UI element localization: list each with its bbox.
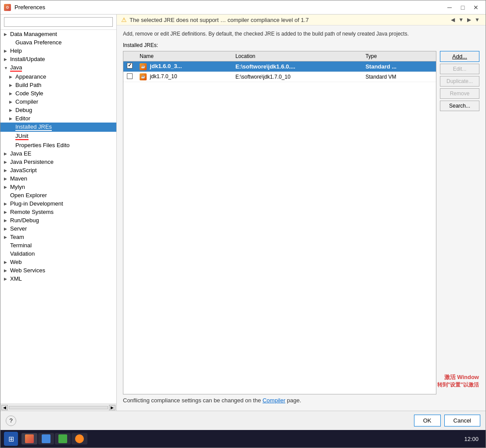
expand-icon: ▶ <box>9 83 14 87</box>
close-button[interactable]: ✕ <box>470 3 482 12</box>
sidebar-item-mylyn[interactable]: ▶ Mylyn <box>0 183 116 191</box>
sidebar-item-java-persistence[interactable]: ▶ Java Persistence <box>0 158 116 166</box>
sidebar-item-build-path[interactable]: ▶ Build Path <box>0 81 116 89</box>
windows-icon: ⊞ <box>8 435 14 443</box>
taskbar-item-2[interactable] <box>38 433 54 444</box>
back-btn[interactable]: ◀ <box>450 16 456 23</box>
sidebar-item-appearance[interactable]: ▶ Appearance <box>0 72 116 81</box>
duplicate-button[interactable]: Duplicate... <box>440 76 479 87</box>
checkbox-unchecked-icon <box>127 73 133 79</box>
main-content: ▶ Data Management Guava Preference ▶ Hel… <box>0 14 486 411</box>
row-type[interactable]: Standard ... <box>362 61 436 72</box>
sidebar-item-debug[interactable]: ▶ Debug <box>0 106 116 114</box>
sidebar-item-open-explorer[interactable]: Open Explorer <box>0 191 116 199</box>
right-panel: ⚠ The selected JRE does not support … co… <box>117 14 486 411</box>
horizontal-scrollbar[interactable]: ◀ ▶ <box>0 404 116 411</box>
sidebar-item-data-management[interactable]: ▶ Data Management <box>0 30 116 38</box>
start-button[interactable]: ⊞ <box>4 432 18 446</box>
sidebar-item-java[interactable]: ▼ Java <box>0 63 116 72</box>
app-icon: ⚙ <box>4 4 11 11</box>
sidebar-item-server[interactable]: ▶ Server <box>0 224 116 233</box>
scroll-right-btn[interactable]: ▶ <box>109 405 115 410</box>
sidebar-item-help[interactable]: ▶ Help <box>0 47 116 55</box>
expand-icon: ▶ <box>9 75 14 79</box>
sidebar-item-install[interactable]: ▶ Install/Update <box>0 55 116 63</box>
help-button[interactable]: ? <box>6 415 16 426</box>
sidebar-item-compiler[interactable]: ▶ Compiler <box>0 98 116 106</box>
taskbar-icon-4 <box>75 434 84 443</box>
col-name[interactable]: Name <box>136 51 232 61</box>
col-location[interactable]: Location <box>232 51 362 61</box>
panel-description: Add, remove or edit JRE definitions. By … <box>123 30 479 38</box>
jres-buttons: Add... Edit... Duplicate... Remove Searc… <box>440 51 479 394</box>
dropdown-btn[interactable]: ▼ <box>457 16 465 23</box>
sidebar-item-team[interactable]: ▶ Team <box>0 233 116 241</box>
installed-jres-label: Installed JREs: <box>123 42 479 48</box>
warning-text: ⚠ The selected JRE does not support … co… <box>121 16 309 23</box>
expand-icon: ▶ <box>9 100 14 104</box>
jres-table-container: Name Location Type ☕ j <box>123 51 436 394</box>
search-input[interactable] <box>4 17 113 27</box>
jres-area: Name Location Type ☕ j <box>123 51 479 394</box>
sidebar-tree: ▶ Data Management Guava Preference ▶ Hel… <box>0 30 116 404</box>
sidebar-item-terminal[interactable]: Terminal <box>0 241 116 249</box>
forward-dropdown-btn[interactable]: ▼ <box>473 16 481 23</box>
expand-icon: ▶ <box>4 177 9 181</box>
row-checkbox[interactable] <box>123 72 136 82</box>
row-name[interactable]: ☕ jdk1.6.0_3... <box>136 61 232 72</box>
sidebar-item-properties-files[interactable]: Properties Files Edito <box>0 141 116 149</box>
sidebar-item-validation[interactable]: Validation <box>0 249 116 258</box>
footer-text-2: page. <box>285 397 301 404</box>
sidebar-item-guava[interactable]: Guava Preference <box>0 38 116 47</box>
search-button[interactable]: Search... <box>440 101 479 111</box>
row-checkbox[interactable] <box>123 61 136 72</box>
window-title: Preferences <box>14 4 443 11</box>
expand-icon: ▶ <box>4 227 9 231</box>
col-checkbox[interactable] <box>123 51 136 61</box>
sidebar-item-java-ee[interactable]: ▶ Java EE <box>0 149 116 158</box>
row-type[interactable]: Standard VM <box>362 72 436 82</box>
sidebar-item-junit[interactable]: JUnit <box>0 132 116 141</box>
sidebar-item-remote-systems[interactable]: ▶ Remote Systems <box>0 208 116 216</box>
maximize-button[interactable]: □ <box>457 3 469 12</box>
sidebar-item-javascript[interactable]: ▶ JavaScript <box>0 166 116 174</box>
add-button[interactable]: Add... <box>440 51 479 62</box>
table-row[interactable]: ☕ jdk1.6.0_3... E:\softwore\jdk1.6.0....… <box>123 61 436 72</box>
expand-icon: ▶ <box>4 168 9 173</box>
row-location[interactable]: E:\softwore\jdk1.6.0.... <box>232 61 362 72</box>
taskbar-item-3[interactable] <box>55 433 71 444</box>
sidebar-item-web-services[interactable]: ▶ Web Services <box>0 266 116 275</box>
sidebar-item-plugin-dev[interactable]: ▶ Plug-in Development <box>0 199 116 208</box>
scroll-left-btn[interactable]: ◀ <box>1 405 8 410</box>
taskbar-item-1[interactable] <box>22 433 37 444</box>
minimize-button[interactable]: ─ <box>443 3 456 12</box>
edit-button[interactable]: Edit... <box>440 64 479 74</box>
expand-icon: ▶ <box>4 57 9 61</box>
sidebar-item-code-style[interactable]: ▶ Code Style <box>0 89 116 98</box>
taskbar-item-4[interactable] <box>72 433 87 444</box>
expand-icon: ▶ <box>4 260 9 264</box>
sidebar-item-run-debug[interactable]: ▶ Run/Debug <box>0 216 116 224</box>
ok-button[interactable]: OK <box>414 415 441 426</box>
system-tray: 12:00 <box>464 436 482 442</box>
sidebar-item-xml[interactable]: ▶ XML <box>0 275 116 283</box>
row-location[interactable]: E:\softwore\jdk1.7.0_10 <box>232 72 362 82</box>
expand-icon: ▶ <box>4 277 9 281</box>
forward-btn[interactable]: ▶ <box>466 16 472 23</box>
row-name[interactable]: ☕ jdk1.7.0_10 <box>136 72 232 82</box>
cancel-button[interactable]: Cancel <box>444 415 480 426</box>
jres-table: Name Location Type ☕ j <box>123 51 436 82</box>
jdk-name-bold: jdk1.6.0_3... <box>150 63 182 69</box>
table-row[interactable]: ☕ jdk1.7.0_10 E:\softwore\jdk1.7.0_10 St… <box>123 72 436 82</box>
sidebar-item-installed-jres[interactable]: Installed JREs <box>0 123 116 132</box>
compiler-link[interactable]: Compiler <box>263 397 285 404</box>
remove-button[interactable]: Remove <box>440 88 479 99</box>
warning-bar: ⚠ The selected JRE does not support … co… <box>117 14 486 25</box>
col-type[interactable]: Type <box>362 51 436 61</box>
scroll-track <box>9 406 108 409</box>
sidebar-item-web[interactable]: ▶ Web <box>0 258 116 266</box>
sidebar-item-maven[interactable]: ▶ Maven <box>0 174 116 183</box>
panel-body: Add, remove or edit JRE definitions. By … <box>117 25 486 411</box>
preferences-window: ⚙ Preferences ─ □ ✕ ▶ Data Management <box>0 0 486 448</box>
sidebar-item-editor[interactable]: ▶ Editor <box>0 114 116 123</box>
